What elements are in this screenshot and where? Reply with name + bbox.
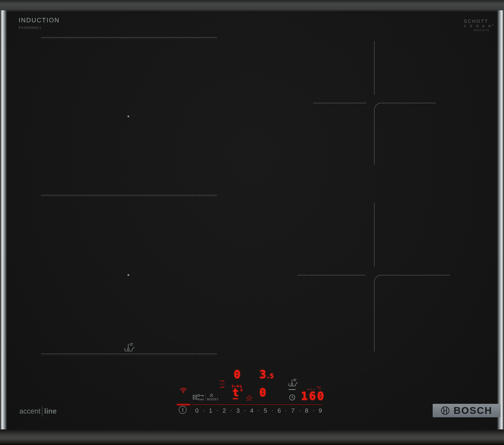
t-underline-segment <box>233 398 238 399</box>
glass-surface <box>7 13 497 429</box>
slider-number-3[interactable]: 3 <box>236 407 240 414</box>
flex-zone-line-top <box>41 37 217 38</box>
boost-chevrons-icon <box>209 394 214 397</box>
slider-dot <box>272 410 273 411</box>
pause-bar-right <box>196 395 197 400</box>
induction-cooktop: INDUCTION PVS695HC1 SCHOTT C E R A N® 80… <box>0 0 504 445</box>
slider-dot <box>217 410 218 411</box>
zone-center-marker-rear-left <box>127 116 129 117</box>
slider-number-4[interactable]: 4 <box>250 407 253 414</box>
bosch-wordmark: BOSCH <box>454 405 492 416</box>
zone-level-display-rear-right[interactable]: 3.5 <box>259 369 273 380</box>
pause-icon[interactable] <box>193 395 197 400</box>
bosch-anchor-icon <box>441 406 450 415</box>
induction-label: INDUCTION <box>18 17 60 24</box>
slider-dot <box>231 410 232 411</box>
slider-dot <box>299 410 300 411</box>
zone-corner-rear-right <box>374 103 436 165</box>
serial-number: 8001271770 <box>474 29 489 32</box>
timer-clock-icon[interactable] <box>289 394 295 401</box>
fry-sensor-pan-icon-right[interactable] <box>288 378 298 387</box>
flex-zone-line-middle <box>41 195 217 195</box>
slider-active-segment <box>177 404 190 405</box>
bottom-bezel <box>0 429 504 445</box>
pan-detect-icon <box>219 380 225 388</box>
right-metal-trim <box>497 10 504 433</box>
zone-corner-front-right <box>374 275 450 351</box>
slider-track-line[interactable] <box>191 404 323 405</box>
slider-number-6[interactable]: 6 <box>277 407 281 414</box>
flex-zone-line-bottom <box>41 354 217 354</box>
left-metal-trim <box>0 10 7 433</box>
zone-center-marker-front-left <box>127 274 129 276</box>
timer-temp-display: 160 <box>301 390 325 402</box>
bosch-logo-badge: BOSCH <box>433 404 501 417</box>
schott-line: SCHOTT <box>464 19 499 24</box>
pause-bar-left <box>193 395 195 400</box>
accentline-divider <box>42 406 42 417</box>
boost-button[interactable]: BOOST <box>207 398 219 401</box>
sensor-separator-line <box>288 389 296 390</box>
top-bezel <box>0 0 504 13</box>
ceran-line: C E R A N® <box>464 24 499 28</box>
slider-number-8[interactable]: 8 <box>305 407 308 414</box>
model-number: PVS695HC1 <box>18 26 42 30</box>
slider-number-9[interactable]: 9 <box>319 407 322 414</box>
registered-mark: ® <box>492 24 495 26</box>
slider-dot <box>286 410 287 411</box>
zone-cross-top-front-right <box>374 202 375 267</box>
slider-dot <box>244 410 245 411</box>
zone-level-display-front-right[interactable]: 0 <box>259 387 266 398</box>
zone-level-display-rear-left[interactable]: 0 <box>234 369 240 380</box>
zone-function-display-front-left[interactable]: t <box>232 387 239 398</box>
slider-number-7[interactable]: 7 <box>291 407 294 414</box>
power-stick <box>182 408 183 412</box>
flex-zone-dots-middle <box>41 196 217 197</box>
slider-number-2[interactable]: 2 <box>223 407 226 414</box>
level-fraction: .5 <box>266 372 274 380</box>
slider-dot <box>258 410 259 411</box>
slider-dot <box>313 410 314 411</box>
zone-cross-left-rear-right <box>313 103 366 103</box>
slider-dot <box>203 410 204 411</box>
slider-number-5[interactable]: 5 <box>264 407 267 414</box>
fry-sensor-pan-icon <box>124 342 135 352</box>
favorite-star-icon[interactable]: ☆ <box>245 394 253 403</box>
line-text: line <box>44 407 56 415</box>
slider-number-1[interactable]: 1 <box>209 407 212 414</box>
power-standby-icon[interactable] <box>179 406 187 414</box>
slider-number-0[interactable]: 0 <box>195 407 198 414</box>
wifi-icon[interactable] <box>180 387 187 394</box>
thermometer-icon <box>240 385 243 392</box>
key-lock-icon[interactable] <box>197 394 204 398</box>
flex-zone-dots-top <box>41 39 217 39</box>
accent-text: accent <box>19 407 40 415</box>
flex-zone-dots-bottom <box>41 355 217 355</box>
level-whole: 3 <box>259 368 266 381</box>
zone-cross-left-front-right <box>297 275 365 275</box>
zone-cross-top-rear-right <box>374 41 375 95</box>
power-level-slider[interactable]: 0123456789 <box>195 407 322 414</box>
schott-ceran-logo: SCHOTT C E R A N® <box>464 19 499 28</box>
accentline-series-logo: accent line <box>19 406 57 417</box>
control-divider <box>205 393 206 401</box>
lock-hold-label: 4sec <box>197 398 204 401</box>
